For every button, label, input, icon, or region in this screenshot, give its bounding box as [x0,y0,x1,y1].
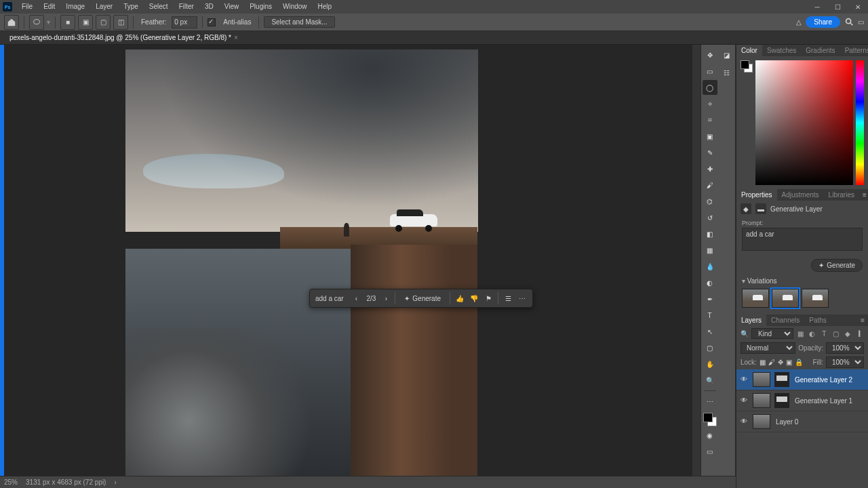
swatches-panel-icon[interactable]: ☷ [719,65,734,80]
layer-row[interactable]: 👁Generative Layer 2 [736,369,868,390]
tab-swatches[interactable]: Swatches [762,45,801,56]
antialias-checkbox[interactable] [208,18,216,26]
filter-type-icon[interactable]: T [820,329,829,338]
layer-kind-select[interactable]: Kind [751,328,793,339]
lock-image-icon[interactable]: 🖌 [768,359,775,366]
color-swatch[interactable] [703,413,717,426]
selection-add-icon[interactable]: ▣ [78,15,93,30]
prev-variation-button[interactable]: ‹ [351,293,361,304]
lock-position-icon[interactable]: ✥ [778,359,783,366]
layer-row[interactable]: 👁Layer 0 [736,411,868,432]
menu-window[interactable]: Window [277,0,313,14]
fg-bg-swatch[interactable] [741,60,753,73]
selection-intersect-icon[interactable]: ◫ [113,15,128,30]
eraser-tool-icon[interactable]: ◧ [703,226,717,241]
menu-3d[interactable]: 3D [199,0,219,14]
layer-row[interactable]: 👁Generative Layer 1 [736,390,868,411]
share-button[interactable]: Share [806,16,840,28]
gradient-tool-icon[interactable]: ▦ [703,243,717,258]
visibility-icon[interactable]: 👁 [741,418,749,426]
menu-type[interactable]: Type [118,0,144,14]
next-variation-button[interactable]: › [380,293,391,304]
sv-picker[interactable] [755,60,853,185]
lock-all-icon[interactable]: 🔒 [795,359,803,366]
close-tab-icon[interactable]: × [234,34,238,41]
select-and-mask-button[interactable]: Select and Mask... [264,16,334,28]
variations-header[interactable]: Variations [742,277,863,285]
clone-stamp-icon[interactable]: ⌬ [703,194,717,209]
menu-filter[interactable]: Filter [174,0,199,14]
hand-tool-icon[interactable]: ✋ [703,357,717,371]
home-button[interactable] [4,15,19,30]
prompt-input[interactable]: add a car [742,228,863,251]
status-more-icon[interactable]: › [114,479,116,486]
flag-icon[interactable]: ⚑ [482,292,494,304]
lasso-tool-icon[interactable]: ◯ [703,80,717,95]
blur-tool-icon[interactable]: 💧 [703,259,717,274]
quick-mask-icon[interactable]: ◉ [703,428,717,443]
type-tool-icon[interactable]: T [703,308,717,323]
thumbs-down-icon[interactable]: 👎 [468,292,480,304]
menu-layer[interactable]: Layer [90,0,118,14]
layer-thumbnail[interactable] [753,372,770,387]
menu-view[interactable]: View [219,0,245,14]
layer-name[interactable]: Generative Layer 2 [793,376,864,384]
menu-plugins[interactable]: Plugins [244,0,277,14]
layer-thumbnail[interactable] [753,414,770,429]
panel-menu-icon[interactable]: ≡ [859,189,868,201]
tab-adjustments[interactable]: Adjustments [777,189,824,201]
tab-gradients[interactable]: Gradients [801,45,840,56]
canvas-area[interactable]: add a car ‹ 2/3 › ✦ Generate 👍 👎 ⚑ ☰ ⋯ [4,45,701,488]
selection-new-icon[interactable]: ■ [60,15,75,30]
eyedropper-icon[interactable]: ✎ [703,145,717,160]
visibility-icon[interactable]: 👁 [741,396,749,405]
cloud-docs-icon[interactable]: △ [796,18,802,26]
blend-mode-select[interactable]: Normal [741,342,795,354]
search-icon[interactable] [844,17,854,28]
lock-artboard-icon[interactable]: ▣ [786,359,792,366]
visibility-icon[interactable]: 👁 [741,375,749,384]
layer-name[interactable]: Layer 0 [774,418,864,426]
layer-name[interactable]: Generative Layer 1 [793,397,864,405]
crop-tool-icon[interactable]: ⌗ [703,113,717,127]
frame-tool-icon[interactable]: ▣ [703,129,717,144]
menu-image[interactable]: Image [60,0,90,14]
screen-mode-icon[interactable]: ▭ [703,444,717,459]
pen-tool-icon[interactable]: ✒ [703,291,717,306]
tab-layers[interactable]: Layers [736,314,766,326]
color-panel-icon[interactable]: ◪ [719,47,734,62]
feather-input[interactable] [172,16,197,28]
properties-icon[interactable]: ☰ [502,292,514,304]
dodge-tool-icon[interactable]: ◐ [703,275,717,290]
context-prompt-text[interactable]: add a car [314,295,349,302]
shape-tool-icon[interactable]: ▢ [703,340,717,355]
menu-help[interactable]: Help [313,0,338,14]
rectangle-select-icon[interactable]: ▭ [703,64,717,79]
menu-edit[interactable]: Edit [38,0,60,14]
layer-thumbnail[interactable] [753,393,770,408]
tab-paths[interactable]: Paths [804,314,831,326]
lock-transparency-icon[interactable]: ▦ [760,359,766,366]
layer-mask-thumbnail[interactable] [774,393,789,408]
menu-select[interactable]: Select [144,0,174,14]
filter-smart-icon[interactable]: ◆ [843,329,852,338]
healing-brush-icon[interactable]: ✚ [703,161,717,176]
selection-subtract-icon[interactable]: ▢ [96,15,111,30]
workspace-icon[interactable]: ▭ [858,18,864,26]
filter-adjust-icon[interactable]: ◐ [808,329,816,338]
panel-menu-icon[interactable]: ≡ [857,314,868,326]
close-button[interactable]: ✕ [848,0,868,14]
document-canvas[interactable] [125,49,478,483]
fill-input[interactable]: 100% [826,357,864,368]
more-icon[interactable]: ⋯ [516,292,528,304]
search-layers-icon[interactable]: 🔍 [741,330,749,338]
magic-wand-icon[interactable]: ✧ [703,96,717,111]
document-tab[interactable]: pexels-angelo-duranti-3512848.jpg @ 25% … [4,33,243,43]
path-select-icon[interactable]: ↖ [703,324,717,339]
layer-mask-thumbnail[interactable] [774,372,789,387]
lasso-tool-icon[interactable] [29,15,44,30]
tab-patterns[interactable]: Patterns [840,45,868,56]
minimize-button[interactable]: ─ [807,0,827,14]
hue-slider[interactable] [856,60,864,185]
properties-generate-button[interactable]: ✦ Generate [811,259,863,272]
